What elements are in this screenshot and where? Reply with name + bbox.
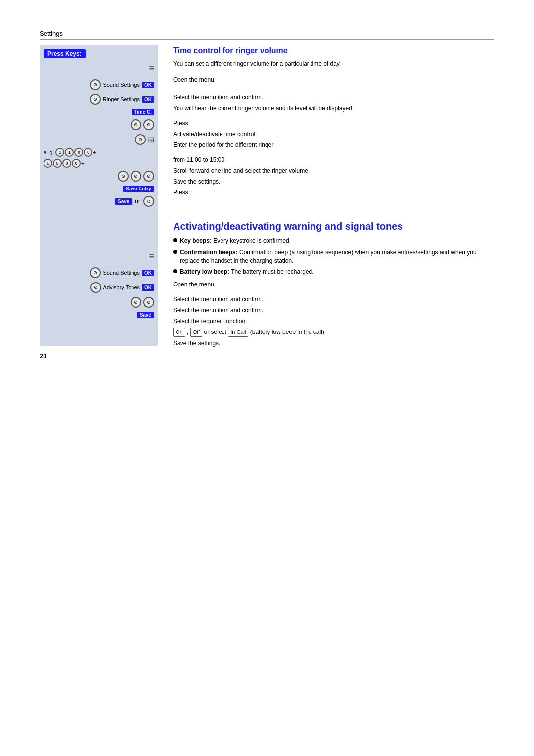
- nav-icon-3: ⊙: [131, 119, 141, 130]
- ok-badge-advisory: OK: [142, 284, 154, 291]
- num-1c: 1: [44, 159, 52, 168]
- save-badge-bottom: Save: [137, 312, 154, 318]
- bullet-battery-beep: Battery low beep: The battery must be re…: [173, 268, 494, 276]
- nav-icons-pair-1: ⊙ ⊙: [44, 119, 154, 130]
- confirmation-bold: Confirmation beeps:: [180, 249, 238, 256]
- ringer-settings-row: ⊙ Ringer Settings OK: [44, 94, 154, 105]
- nav-icon-7: ⊙: [131, 171, 141, 182]
- s2-select-function: Select the required function.: [173, 317, 494, 326]
- bullet-dot-1: [173, 238, 177, 242]
- plus-sign-2: +: [81, 160, 84, 166]
- example-row-2: 1 5 0 0 +: [44, 159, 84, 168]
- bullet-battery-text: Battery low beep: The battery must be re…: [180, 268, 314, 276]
- nav-icon-9: ⊙: [90, 267, 101, 278]
- comma-space: ,: [187, 329, 190, 335]
- nav-icon-1: ⊙: [90, 79, 101, 90]
- save-entry-badge: Save Entry: [123, 186, 154, 192]
- in-call-suffix: (battery low beep in the call).: [250, 329, 326, 335]
- save-or-row: Save or ↺: [44, 196, 154, 207]
- key-beeps-bold: Key beeps:: [180, 237, 212, 244]
- settings-header: Settings: [40, 30, 494, 40]
- in-call-badge: In Call: [228, 328, 248, 337]
- step10-press: Press.: [173, 188, 494, 197]
- bullet-dot-2: [173, 250, 177, 254]
- step9-save: Save the settings.: [173, 177, 494, 186]
- nav-icons-pair-2: ⊙ ⊙: [44, 297, 154, 308]
- s2-select-confirm-2: Select the menu item and confirm.: [173, 306, 494, 315]
- num-1b: 1: [65, 148, 74, 157]
- nav-icon-8: ⊙: [143, 171, 154, 182]
- step8-scroll: Scroll forward one line and select the r…: [173, 166, 494, 175]
- or-text: or: [135, 198, 140, 205]
- key-beeps-rest: Every keystroke is confirmed.: [212, 237, 291, 244]
- grid-symbol: ⊞: [148, 135, 154, 144]
- step2-select-confirm: Select the menu item and confirm.: [173, 93, 494, 102]
- bullet-confirmation-beeps: Confirmation beeps: Confirmation beep (a…: [173, 248, 494, 265]
- num-5: 5: [53, 159, 62, 168]
- page-number: 20: [40, 352, 46, 360]
- bullet-list: Key beeps: Every keystroke is confirmed.…: [173, 237, 494, 276]
- section1-intro: You can set a different ringer volume fo…: [173, 59, 494, 68]
- sound-settings-label-top: Sound Settings: [103, 82, 140, 88]
- sound-settings-row-bottom: ⊙ Sound Settings OK: [44, 267, 154, 278]
- nav-grid-row: ⊙ ⊞: [44, 134, 154, 145]
- press-keys-label: Press Keys:: [44, 49, 86, 58]
- nav-icons-triple: ⊙ ⊙ ⊙: [44, 171, 154, 182]
- section2-title: Activating/deactivating warning and sign…: [173, 221, 494, 232]
- bullet-dot-3: [173, 269, 177, 273]
- or-select-text: or select: [204, 329, 228, 335]
- off-badge: Off: [190, 328, 202, 337]
- nav-icon-5: ⊙: [135, 134, 146, 145]
- step1-open-menu: Open the menu.: [173, 75, 494, 84]
- s2-save: Save the settings.: [173, 339, 494, 348]
- sound-settings-row-top: ⊙ Sound Settings OK: [44, 79, 154, 90]
- nav-icon-11: ⊙: [131, 297, 141, 308]
- press-keys-panel-top: Press Keys: ⊙ Sound Settings OK ⊙ Ringer…: [40, 45, 158, 346]
- num-0c: 0: [62, 159, 71, 168]
- nav-icon-2: ⊙: [90, 94, 101, 105]
- step6-enter-period: Enter the period for the different ringe…: [173, 141, 494, 149]
- ok-badge-sound-bottom: OK: [142, 270, 154, 276]
- num-0: 0: [74, 148, 83, 157]
- step4-press: Press.: [173, 119, 494, 128]
- battery-bold: Battery low beep:: [180, 268, 229, 275]
- step7-from-to: from 11:00 to 15:00.: [173, 155, 494, 164]
- time-c-badge: Time C.: [132, 109, 154, 115]
- menu-icon: [143, 64, 154, 75]
- nav-icon-10: ⊙: [90, 282, 101, 293]
- bullet-key-beeps-text: Key beeps: Every keystroke is confirmed.: [180, 237, 291, 245]
- ok-badge-sound-top: OK: [142, 82, 154, 88]
- ringer-settings-label: Ringer Settings: [103, 96, 140, 102]
- nav-icon-12: ⊙: [143, 297, 154, 308]
- advisory-tones-row: ⊙ Advisory Tones OK: [44, 282, 154, 293]
- step5-activate: Activate/deactivate time control.: [173, 130, 494, 139]
- save-row-bottom: Save: [44, 312, 154, 318]
- menu-icon-row: [44, 64, 154, 75]
- redial-icon: ↺: [143, 196, 154, 207]
- step3-hear-ringer: You will hear the current ringer volume …: [173, 104, 494, 113]
- eg-label: e. g.: [44, 149, 54, 155]
- num-1: 1: [55, 148, 64, 157]
- num-0b: 0: [84, 148, 92, 157]
- nav-icon-6: ⊙: [118, 171, 129, 182]
- save-badge-top: Save: [115, 198, 132, 205]
- s2-select-confirm-1: Select the menu item and confirm.: [173, 295, 494, 304]
- example-row-1: e. g. 1 1 0 0 +: [44, 148, 96, 157]
- num-0d: 0: [72, 159, 81, 168]
- right-panel: Time control for ringer volume You can s…: [173, 45, 494, 350]
- on-off-incall-row: On , Off or select In Call (battery low …: [173, 328, 494, 337]
- s2-open-menu: Open the menu.: [173, 280, 494, 289]
- sound-settings-label-bottom: Sound Settings: [103, 270, 140, 276]
- nav-icon-4: ⊙: [143, 119, 154, 130]
- plus-sign-1: +: [93, 149, 96, 155]
- ok-badge-ringer: OK: [142, 96, 154, 103]
- section1-title: Time control for ringer volume: [173, 47, 494, 55]
- menu-icon-row-2: [44, 252, 154, 263]
- advisory-tones-label: Advisory Tones: [103, 284, 140, 290]
- bullet-confirmation-text: Confirmation beeps: Confirmation beep (a…: [180, 248, 494, 265]
- time-c-row: Time C.: [44, 109, 154, 115]
- bullet-key-beeps: Key beeps: Every keystroke is confirmed.: [173, 237, 494, 245]
- menu-icon-2: [143, 252, 154, 263]
- battery-rest: The battery must be recharged.: [229, 268, 314, 275]
- save-entry-row: Save Entry: [44, 186, 154, 192]
